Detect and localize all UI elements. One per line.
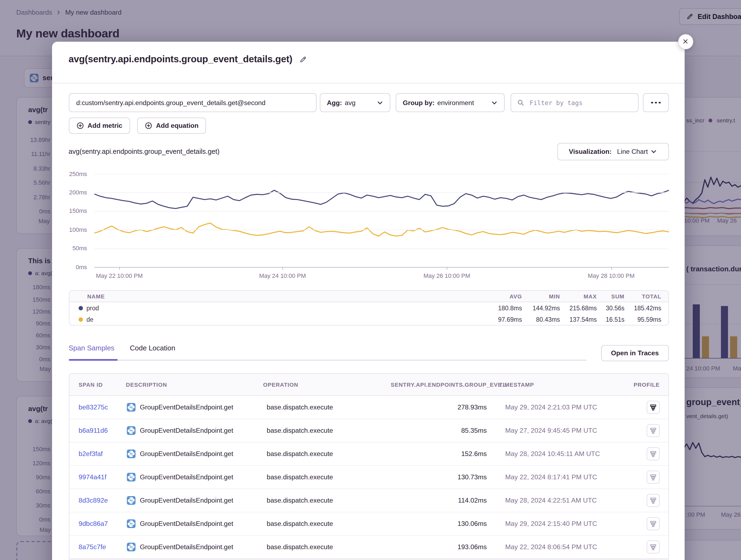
sum-value: 30.56s bbox=[597, 305, 624, 311]
active-tab-indicator bbox=[69, 359, 117, 361]
tag-filter-field bbox=[511, 93, 638, 112]
profile-button[interactable] bbox=[647, 541, 660, 554]
add-equation-button[interactable]: Add equation bbox=[137, 117, 206, 134]
col-total: TOTAL bbox=[624, 293, 661, 299]
col-avg: AVG bbox=[479, 293, 522, 299]
operation-cell: base.dispatch.execute bbox=[267, 543, 397, 551]
summary-row[interactable]: prod 180.8ms 144.92ms 215.68ms 30.56s 18… bbox=[69, 302, 668, 314]
table-row: be83275c GroupEventDetailsEndpoint.get b… bbox=[69, 396, 668, 419]
span-id-link[interactable]: 9974a41f bbox=[79, 473, 107, 481]
tab-track bbox=[69, 359, 587, 361]
y-tick-label: 250ms bbox=[69, 170, 87, 177]
gridline bbox=[94, 192, 669, 193]
more-options-button[interactable] bbox=[643, 93, 669, 112]
profile-button[interactable] bbox=[647, 424, 660, 437]
description-cell: GroupEventDetailsEndpoint.get bbox=[127, 543, 267, 551]
span-id-link[interactable]: b2ef3faf bbox=[79, 450, 103, 458]
duration-cell: 114.02ms bbox=[397, 497, 487, 504]
metric-query-input[interactable] bbox=[69, 99, 316, 106]
operation-cell: base.dispatch.execute bbox=[267, 427, 397, 434]
profile-icon bbox=[650, 543, 657, 551]
chevron-down-icon bbox=[377, 99, 383, 106]
col-min: MIN bbox=[522, 293, 560, 299]
table-row: 8a75c7fe GroupEventDetailsEndpoint.get b… bbox=[69, 536, 668, 559]
close-icon bbox=[682, 38, 689, 45]
chevron-down-icon bbox=[491, 99, 497, 106]
duration-cell: 130.06ms bbox=[397, 520, 487, 528]
y-tick-label: 100ms bbox=[69, 226, 87, 233]
max-value: 137.54ms bbox=[560, 316, 597, 323]
open-in-traces-button[interactable]: Open in Traces bbox=[601, 345, 669, 361]
profile-button[interactable] bbox=[647, 494, 660, 507]
add-equation-label: Add equation bbox=[156, 122, 198, 130]
tab-code-location[interactable]: Code Location bbox=[130, 344, 175, 352]
profile-icon bbox=[650, 520, 657, 528]
pencil-icon bbox=[299, 56, 307, 63]
timestamp-cell: May 22, 2024 8:06:54 PM UTC bbox=[505, 543, 642, 551]
avg-value: 180.8ms bbox=[479, 305, 522, 311]
profile-icon bbox=[650, 450, 657, 458]
x-axis-line bbox=[94, 267, 669, 267]
timestamp-cell: May 29, 2024 2:15:40 PM UTC bbox=[505, 520, 642, 528]
col-metric: SENTRY.API.ENDPOINTS.GROUP_EVE… bbox=[391, 382, 480, 388]
close-modal-button[interactable] bbox=[678, 34, 693, 49]
aggregation-select[interactable]: Agg:avg bbox=[320, 93, 390, 112]
timestamp-cell: May 28, 2024 10:45:11 AM UTC bbox=[505, 450, 642, 458]
table-row: 9974a41f GroupEventDetailsEndpoint.get b… bbox=[69, 466, 668, 489]
profile-icon bbox=[650, 497, 657, 504]
python-icon bbox=[127, 403, 136, 412]
x-tick-label: May 22 10:00 PM bbox=[87, 272, 152, 279]
span-id-link[interactable]: be83275c bbox=[79, 403, 108, 411]
span-samples-table: SPAN ID DESCRIPTION OPERATION SENTRY.API… bbox=[69, 373, 669, 559]
timestamp-cell: May 22, 2024 8:17:41 PM UTC bbox=[505, 473, 642, 481]
line-chart-canvas bbox=[94, 167, 669, 270]
total-value: 95.59ms bbox=[624, 316, 661, 323]
description-text: GroupEventDetailsEndpoint.get bbox=[140, 450, 233, 458]
tag-filter-input[interactable] bbox=[529, 98, 632, 107]
python-icon bbox=[127, 450, 136, 458]
avg-value: 97.69ms bbox=[479, 316, 522, 323]
add-metric-button[interactable]: Add metric bbox=[69, 117, 130, 134]
col-operation: OPERATION bbox=[263, 382, 391, 388]
series-name: prod bbox=[86, 305, 99, 311]
timestamp-cell: May 28, 2024 4:22:51 AM UTC bbox=[505, 497, 642, 504]
summary-table: NAME AVG MIN MAX SUM TOTAL prod 180.8ms … bbox=[69, 290, 669, 325]
operation-cell: base.dispatch.execute bbox=[267, 450, 397, 458]
plus-circle-icon bbox=[144, 122, 152, 130]
span-id-link[interactable]: b6a911d6 bbox=[79, 427, 108, 434]
series-name: de bbox=[86, 316, 93, 323]
search-icon bbox=[517, 99, 524, 106]
col-sum: SUM bbox=[597, 293, 624, 299]
description-text: GroupEventDetailsEndpoint.get bbox=[140, 427, 233, 434]
profile-button[interactable] bbox=[647, 447, 660, 460]
viewport: Dashboards My new dashboard My new dashb… bbox=[0, 0, 741, 560]
span-id-link[interactable]: 9dbc86a7 bbox=[79, 520, 108, 528]
summary-row[interactable]: de 97.69ms 80.43ms 137.54ms 16.51s 95.59… bbox=[69, 314, 668, 325]
dot bbox=[659, 102, 661, 104]
col-span-id: SPAN ID bbox=[79, 382, 126, 388]
min-value: 80.43ms bbox=[522, 316, 560, 323]
duration-cell: 85.35ms bbox=[397, 427, 487, 434]
description-text: GroupEventDetailsEndpoint.get bbox=[140, 543, 233, 551]
span-id-link[interactable]: 8a75c7fe bbox=[79, 543, 106, 551]
profile-icon bbox=[650, 473, 657, 481]
profile-button[interactable] bbox=[647, 471, 660, 484]
profile-icon bbox=[650, 403, 657, 411]
x-tick-label: May 28 10:00 PM bbox=[579, 272, 644, 279]
x-axis-tick bbox=[447, 267, 448, 270]
profile-button[interactable] bbox=[647, 517, 660, 530]
min-value: 144.92ms bbox=[522, 305, 560, 311]
group-by-select[interactable]: Group by:environment bbox=[396, 93, 504, 112]
rename-button[interactable] bbox=[299, 56, 307, 63]
profile-button[interactable] bbox=[647, 401, 660, 414]
gridline bbox=[94, 211, 669, 212]
total-value: 185.42ms bbox=[624, 305, 661, 311]
visualization-select[interactable]: Visualization: Line Chart bbox=[557, 143, 669, 160]
chevron-down-icon bbox=[651, 148, 657, 155]
y-tick-label: 0ms bbox=[69, 263, 87, 270]
description-cell: GroupEventDetailsEndpoint.get bbox=[127, 473, 267, 481]
tab-span-samples[interactable]: Span Samples bbox=[69, 344, 114, 352]
col-description: DESCRIPTION bbox=[126, 382, 263, 388]
span-id-link[interactable]: 8d3c892e bbox=[79, 497, 108, 504]
y-tick-label: 50ms bbox=[69, 245, 87, 251]
